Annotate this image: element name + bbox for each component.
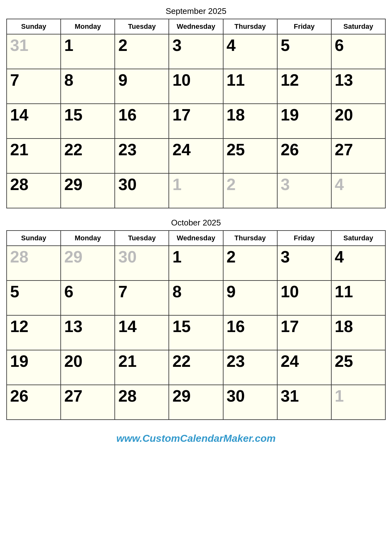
day-number: 27 bbox=[64, 387, 83, 405]
september-calendar: September 2025 Sunday Monday Tuesday Wed… bbox=[6, 6, 386, 208]
oct-header-tuesday: Tuesday bbox=[115, 231, 169, 246]
day-number: 17 bbox=[281, 317, 299, 336]
sep-header-thursday: Thursday bbox=[223, 19, 277, 34]
website-footer: www.CustomCalendarMaker.com bbox=[116, 433, 276, 444]
list-item: 5 bbox=[7, 281, 61, 315]
list-item: 28 bbox=[115, 385, 169, 420]
table-row: 14151617181920 bbox=[7, 104, 385, 139]
list-item: 27 bbox=[331, 139, 385, 173]
day-number: 28 bbox=[10, 175, 28, 194]
october-header-row: Sunday Monday Tuesday Wednesday Thursday… bbox=[7, 231, 385, 246]
list-item: 29 bbox=[61, 173, 115, 208]
day-number: 13 bbox=[335, 71, 353, 89]
sep-header-tuesday: Tuesday bbox=[115, 19, 169, 34]
list-item: 6 bbox=[61, 281, 115, 315]
table-row: 21222324252627 bbox=[7, 139, 385, 173]
list-item: 28 bbox=[7, 246, 61, 281]
list-item: 11 bbox=[331, 281, 385, 315]
day-number: 30 bbox=[118, 248, 137, 266]
list-item: 20 bbox=[331, 104, 385, 139]
list-item: 15 bbox=[169, 315, 223, 350]
day-number: 18 bbox=[335, 317, 353, 336]
table-row: 78910111213 bbox=[7, 69, 385, 104]
day-number: 1 bbox=[172, 175, 181, 194]
day-number: 6 bbox=[64, 282, 73, 301]
day-number: 1 bbox=[64, 36, 73, 54]
list-item: 29 bbox=[169, 385, 223, 420]
list-item: 23 bbox=[115, 139, 169, 173]
day-number: 10 bbox=[172, 71, 191, 89]
list-item: 30 bbox=[115, 246, 169, 281]
list-item: 1 bbox=[61, 34, 115, 69]
list-item: 4 bbox=[331, 246, 385, 281]
list-item: 31 bbox=[277, 385, 331, 420]
list-item: 22 bbox=[61, 139, 115, 173]
table-row: 2829301234 bbox=[7, 246, 385, 281]
list-item: 2 bbox=[223, 173, 277, 208]
day-number: 2 bbox=[227, 248, 236, 266]
list-item: 19 bbox=[7, 350, 61, 385]
day-number: 1 bbox=[172, 248, 181, 266]
oct-header-sunday: Sunday bbox=[7, 231, 61, 246]
list-item: 23 bbox=[223, 350, 277, 385]
sep-header-saturday: Saturday bbox=[331, 19, 385, 34]
day-number: 16 bbox=[227, 317, 245, 336]
list-item: 13 bbox=[61, 315, 115, 350]
day-number: 15 bbox=[172, 317, 191, 336]
day-number: 15 bbox=[64, 106, 83, 124]
september-grid: Sunday Monday Tuesday Wednesday Thursday… bbox=[6, 19, 386, 208]
day-number: 12 bbox=[281, 71, 299, 89]
day-number: 25 bbox=[227, 140, 245, 159]
list-item: 3 bbox=[277, 246, 331, 281]
list-item: 25 bbox=[223, 139, 277, 173]
list-item: 21 bbox=[7, 139, 61, 173]
day-number: 2 bbox=[227, 175, 236, 194]
list-item: 14 bbox=[7, 104, 61, 139]
october-calendar: October 2025 Sunday Monday Tuesday Wedne… bbox=[6, 218, 386, 420]
september-header-row: Sunday Monday Tuesday Wednesday Thursday… bbox=[7, 19, 385, 34]
day-number: 14 bbox=[118, 317, 137, 336]
day-number: 3 bbox=[281, 175, 290, 194]
list-item: 24 bbox=[169, 139, 223, 173]
day-number: 2 bbox=[118, 36, 127, 54]
list-item: 3 bbox=[277, 173, 331, 208]
list-item: 4 bbox=[223, 34, 277, 69]
list-item: 15 bbox=[61, 104, 115, 139]
table-row: 31123456 bbox=[7, 34, 385, 69]
day-number: 26 bbox=[10, 387, 28, 405]
day-number: 10 bbox=[281, 282, 299, 301]
day-number: 23 bbox=[118, 140, 137, 159]
list-item: 1 bbox=[169, 173, 223, 208]
day-number: 9 bbox=[118, 71, 127, 89]
september-title: September 2025 bbox=[6, 6, 386, 16]
list-item: 1 bbox=[169, 246, 223, 281]
day-number: 30 bbox=[227, 387, 245, 405]
sep-header-wednesday: Wednesday bbox=[169, 19, 223, 34]
list-item: 10 bbox=[277, 281, 331, 315]
list-item: 6 bbox=[331, 34, 385, 69]
list-item: 1 bbox=[331, 385, 385, 420]
day-number: 22 bbox=[172, 352, 191, 370]
day-number: 26 bbox=[281, 140, 299, 159]
day-number: 30 bbox=[118, 175, 137, 194]
day-number: 14 bbox=[10, 106, 28, 124]
list-item: 21 bbox=[115, 350, 169, 385]
october-grid: Sunday Monday Tuesday Wednesday Thursday… bbox=[6, 230, 386, 420]
table-row: 2829301234 bbox=[7, 173, 385, 208]
day-number: 5 bbox=[281, 36, 290, 54]
day-number: 29 bbox=[64, 248, 83, 266]
october-title: October 2025 bbox=[6, 218, 386, 228]
day-number: 28 bbox=[118, 387, 137, 405]
table-row: 12131415161718 bbox=[7, 315, 385, 350]
list-item: 18 bbox=[331, 315, 385, 350]
day-number: 24 bbox=[281, 352, 299, 370]
oct-header-monday: Monday bbox=[61, 231, 115, 246]
list-item: 9 bbox=[115, 69, 169, 104]
day-number: 9 bbox=[227, 282, 236, 301]
day-number: 21 bbox=[10, 140, 28, 159]
oct-header-friday: Friday bbox=[277, 231, 331, 246]
list-item: 7 bbox=[115, 281, 169, 315]
list-item: 31 bbox=[7, 34, 61, 69]
list-item: 12 bbox=[7, 315, 61, 350]
day-number: 20 bbox=[64, 352, 83, 370]
